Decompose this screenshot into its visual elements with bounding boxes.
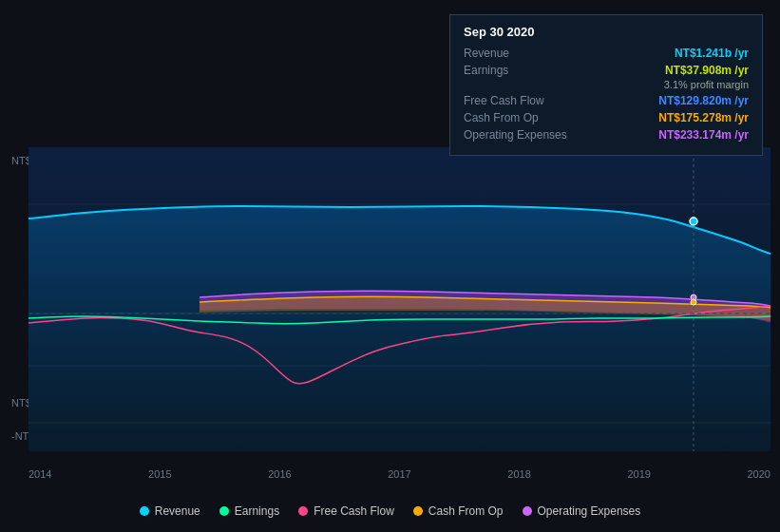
tooltip-box: Sep 30 2020 Revenue NT$1.241b /yr Earnin… xyxy=(449,14,763,156)
tooltip-earnings-value: NT$37.908m /yr xyxy=(665,64,749,77)
x-axis: 2014 2015 2016 2017 2018 2019 2020 xyxy=(29,468,770,480)
tooltip-cashop-label: Cash From Op xyxy=(464,111,578,124)
legend-dot-cashop xyxy=(413,506,423,516)
tooltip-revenue-value: NT$1.241b /yr xyxy=(675,47,749,60)
legend-fcf[interactable]: Free Cash Flow xyxy=(298,504,394,518)
tooltip-fcf-row: Free Cash Flow NT$129.820m /yr xyxy=(464,94,749,107)
tooltip-fcf-label: Free Cash Flow xyxy=(464,94,578,107)
legend-cashop[interactable]: Cash From Op xyxy=(413,504,504,518)
tooltip-revenue-label: Revenue xyxy=(464,47,578,60)
legend-dot-earnings xyxy=(219,506,229,516)
tooltip-date: Sep 30 2020 xyxy=(464,25,749,39)
tooltip-opex-label: Operating Expenses xyxy=(464,128,578,142)
legend-opex[interactable]: Operating Expenses xyxy=(523,504,641,518)
x-label-2014: 2014 xyxy=(29,468,51,480)
legend-dot-revenue xyxy=(140,506,149,516)
legend-label-cashop: Cash From Op xyxy=(428,504,504,518)
legend: Revenue Earnings Free Cash Flow Cash Fro… xyxy=(0,504,780,518)
svg-point-9 xyxy=(691,299,696,305)
legend-earnings[interactable]: Earnings xyxy=(219,504,279,518)
legend-label-revenue: Revenue xyxy=(155,504,200,518)
x-label-2015: 2015 xyxy=(148,468,171,480)
legend-label-fcf: Free Cash Flow xyxy=(314,504,394,518)
legend-dot-fcf xyxy=(298,506,308,516)
svg-point-7 xyxy=(690,218,697,225)
tooltip-earnings-label: Earnings xyxy=(464,64,578,77)
tooltip-cashop-value: NT$175.278m /yr xyxy=(658,111,749,124)
tooltip-profit-margin: 3.1% profit margin xyxy=(464,79,749,90)
legend-revenue[interactable]: Revenue xyxy=(140,504,200,518)
legend-label-earnings: Earnings xyxy=(235,504,279,518)
tooltip-opex-row: Operating Expenses NT$233.174m /yr xyxy=(464,128,749,142)
tooltip-earnings-row: Earnings NT$37.908m /yr xyxy=(464,64,749,77)
x-label-2018: 2018 xyxy=(507,468,530,480)
tooltip-cashop-row: Cash From Op NT$175.278m /yr xyxy=(464,111,749,124)
tooltip-revenue-row: Revenue NT$1.241b /yr xyxy=(464,47,749,60)
legend-label-opex: Operating Expenses xyxy=(538,504,641,518)
legend-dot-opex xyxy=(523,506,532,516)
x-label-2017: 2017 xyxy=(388,468,410,480)
tooltip-fcf-value: NT$129.820m /yr xyxy=(658,94,749,107)
x-label-2019: 2019 xyxy=(627,468,650,480)
chart-container: Sep 30 2020 Revenue NT$1.241b /yr Earnin… xyxy=(0,0,780,532)
chart-svg xyxy=(29,147,770,451)
tooltip-opex-value: NT$233.174m /yr xyxy=(658,128,749,142)
x-label-2016: 2016 xyxy=(268,468,291,480)
x-label-2020: 2020 xyxy=(747,468,770,480)
